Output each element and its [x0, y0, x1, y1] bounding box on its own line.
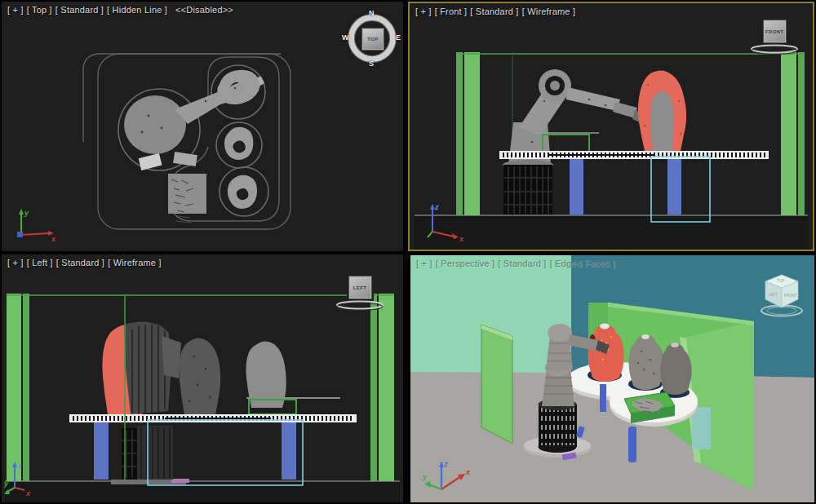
viewport-left-label: [ + ][ Left ][ Standard ][ Wireframe ] [7, 258, 165, 267]
viewcube-face-label[interactable]: TOP [361, 28, 384, 51]
viewport-front[interactable]: [ + ][ Front ][ Standard ][ Wireframe ] … [408, 2, 814, 251]
viewcube-perspective[interactable]: TOP LEFT FRONT [759, 270, 805, 317]
viewport-pov-menu[interactable]: [ Front ] [435, 7, 468, 16]
viewport-shading-menu[interactable]: [ Wireframe ] [522, 7, 576, 16]
viewport-shading-menu[interactable]: [ Hidden Line ] [107, 5, 167, 15]
table-leg-front-1[interactable] [570, 159, 583, 214]
svg-text:z: z [443, 460, 448, 468]
svg-text:x: x [51, 235, 56, 243]
viewport-top-label: [ + ][ Top ][ Standard ][ Hidden Line ]<… [7, 5, 233, 15]
viewcube-left[interactable]: LEFT [335, 276, 385, 314]
viewport-shading-menu[interactable]: [ Wireframe ] [108, 258, 162, 267]
viewport-shading-menu[interactable]: [ Edged Faces ] [550, 259, 615, 268]
viewport-renderer-menu[interactable]: [ Standard ] [55, 5, 104, 15]
viewcube-face-label[interactable]: FRONT [763, 20, 787, 43]
axis-tripod-left: z y x [3, 460, 51, 499]
viewport-renderer-menu[interactable]: [ Standard ] [498, 259, 546, 268]
table-leg-left-2[interactable] [282, 422, 296, 480]
robot-lower-left[interactable] [137, 426, 173, 480]
table-leg-perspective-2[interactable] [628, 427, 636, 462]
viewcube-face-label[interactable]: LEFT [348, 276, 372, 299]
table-leg-perspective-1[interactable] [600, 384, 606, 412]
viewport-perspective-label: [ + ][ Perspective ][ Standard ][ Edged … [416, 259, 619, 268]
svg-text:x: x [465, 468, 471, 476]
compass-south[interactable]: S [369, 60, 374, 68]
svg-text:y: y [24, 209, 29, 217]
viewport-front-label: [ + ][ Front ][ Standard ][ Wireframe ] [415, 7, 579, 16]
viewport-general-menu[interactable]: [ + ] [7, 5, 24, 15]
teal-gap-under-table [692, 407, 711, 449]
robot-pedestal-front[interactable] [503, 160, 553, 214]
viewport-general-menu[interactable]: [ + ] [7, 258, 24, 267]
compass-west[interactable]: W [342, 33, 349, 42]
viewport-general-menu[interactable]: [ + ] [416, 259, 432, 268]
viewport-renderer-menu[interactable]: [ Standard ] [56, 258, 104, 267]
viewport-general-menu[interactable]: [ + ] [415, 7, 432, 16]
table-leg-left-1[interactable] [94, 422, 109, 480]
svg-text:z: z [434, 203, 439, 211]
svg-text:y: y [422, 473, 428, 481]
table-leg-front-2[interactable] [667, 159, 681, 214]
svg-text:x: x [25, 489, 31, 497]
viewport-disabled-flag: <<Disabled>> [175, 5, 233, 15]
work-table-front[interactable] [499, 151, 769, 159]
axis-tripod-front: z x [418, 199, 468, 241]
svg-text:y: y [3, 480, 9, 488]
viewport-left[interactable]: [ + ][ Left ][ Standard ][ Wireframe ] L… [2, 254, 403, 502]
mannequin-gray-left-middle[interactable] [179, 338, 220, 414]
viewport-pov-menu[interactable]: [ Perspective ] [436, 259, 495, 268]
viewport-top[interactable]: [ + ][ Top ][ Standard ][ Hidden Line ]<… [2, 2, 403, 251]
axis-tripod-perspective: z x y [422, 457, 474, 497]
viewcube-top[interactable]: N E S W TOP [346, 12, 398, 64]
viewport-pov-menu[interactable]: [ Left ] [27, 258, 53, 267]
compass-east[interactable]: E [396, 33, 401, 42]
svg-text:FRONT: FRONT [784, 294, 797, 298]
compass-north[interactable]: N [369, 9, 375, 17]
viewport-perspective[interactable]: [ + ][ Perspective ][ Standard ][ Edged … [410, 255, 814, 502]
viewcube-front[interactable]: FRONT [749, 20, 800, 58]
viewport-renderer-menu[interactable]: [ Standard ] [470, 7, 518, 16]
axis-tripod-top: y x [8, 207, 60, 243]
svg-text:LEFT: LEFT [769, 293, 778, 297]
svg-text:z: z [17, 462, 22, 470]
viewcube-ring-edge [335, 299, 385, 311]
svg-text:x: x [459, 235, 464, 241]
svg-text:TOP: TOP [777, 279, 784, 283]
parts-box-top[interactable] [168, 174, 206, 223]
viewcube-ring-edge [749, 43, 800, 55]
viewport-pov-menu[interactable]: [ Top ] [27, 5, 52, 15]
work-table-left[interactable] [69, 414, 357, 422]
